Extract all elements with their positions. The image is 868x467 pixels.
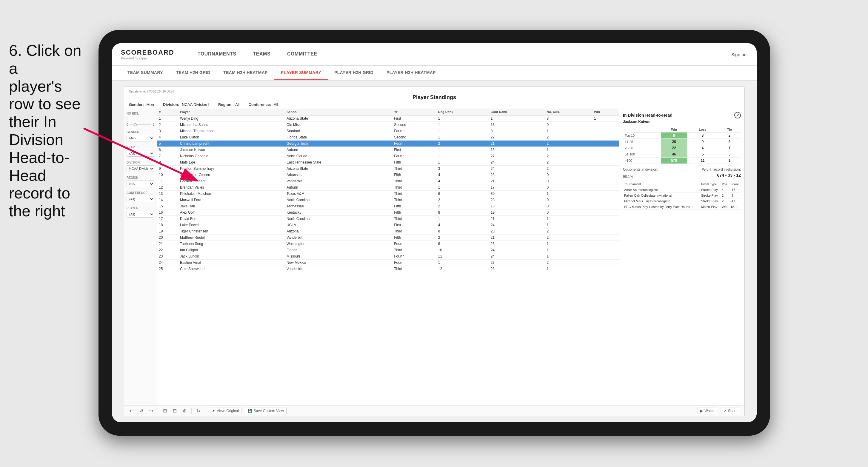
table-row[interactable]: 19 Tiger Christensen Arizona Third 8 23 … [157,228,619,235]
undo-button[interactable]: ↩ [128,407,135,414]
table-row[interactable]: 2 Michael La Sasso Ole Miss Second 1 18 … [157,122,619,128]
nav-teams[interactable]: TEAMS [245,43,279,66]
cell-yr: Fourth [392,141,436,147]
share-button[interactable]: ↗ Share [721,408,740,414]
cell-yr: Third [392,228,436,235]
nav-committee[interactable]: COMMITTEE [279,43,326,66]
save-custom-button[interactable]: 💾 Save Custom View [245,408,286,414]
sidebar-region-select[interactable]: N/A [127,181,154,187]
slider-row[interactable]: 0 6 [127,123,154,126]
cell-rds: 0 [545,122,592,128]
cell-player: Luke Powell [178,222,285,228]
sidebar-player-select[interactable]: (All) [127,211,154,218]
cell-player: Phichaksn Maichon [178,191,285,197]
tab-player-h2h-heatmap[interactable]: PLAYER H2H HEATMAP [380,65,442,80]
t-cell-name: Amer An Intercollegiate [623,187,700,193]
cell-reg: 1 [436,184,489,191]
sidebar-division-section: Division NCAA Division I [127,161,154,172]
sidebar-gender-select[interactable]: Men [127,135,154,142]
cell-player: Jake Hall [178,203,285,210]
table-row[interactable]: 22 Ian Gilligan Florida Third 10 24 1 [157,247,619,253]
view-original-button[interactable]: 👁 View: Original [209,408,242,414]
h2h-cell-label: 26-50 [623,145,661,151]
cell-conf: 24 [489,253,545,259]
table-row[interactable]: 6 Jackson Koivun Auburn First 1 13 1 [157,147,619,153]
cell-reg: 12 [436,266,489,272]
h2h-player: Jackson Koivun [623,120,741,124]
cell-yr: Fifth [392,159,436,166]
watch-button[interactable]: ▶ Watch [698,408,717,414]
sidebar-conference-select[interactable]: (All) [127,196,154,202]
table-row[interactable]: 17 David Ford North Carolina Third 1 21 … [157,216,619,222]
table-row[interactable]: 14 Maxwell Ford North Carolina Third 2 2… [157,197,619,203]
table-row[interactable]: 23 Jack Lundin Missouri Fourth 11 24 1 [157,253,619,259]
table-row[interactable]: 1 Wenyi Ding Arizona State First 1 1 8 1 [157,115,619,122]
refresh-button[interactable]: ↻ [195,407,202,414]
tab-team-h2h-grid[interactable]: TEAM H2H GRID [169,65,217,80]
dashboard-panel: Update time: 27/03/2024 16:56:26 Player … [124,87,745,416]
sidebar-year-section: Year (All) [127,146,154,157]
cell-conf: 1 [489,115,545,122]
table-row[interactable]: 11 Gordon Sargent Vanderbilt Third 4 21 … [157,178,619,184]
save-icon: 💾 [248,409,252,413]
toolbar-sep-2 [191,408,192,414]
table-row[interactable]: 15 Jake Hall Tennessee Fifth 2 18 0 [157,203,619,210]
cell-school: North Carolina [285,216,392,222]
col-conf-rank: Conf Rank [489,109,545,115]
cell-win [592,241,619,247]
table-row[interactable]: 8 Mats Ege East Tennessee State Fifth 1 … [157,159,619,166]
share-icon: ↗ [723,409,726,413]
filter-gender: Gender: Men [129,102,154,107]
tab-team-summary[interactable]: TEAM SUMMARY [121,65,169,80]
cell-num: 11 [157,178,178,184]
more-button[interactable]: ⊕ [182,407,188,414]
cell-yr: Fifth [392,210,436,216]
opponents-pct: 98.1% [623,175,633,179]
table-row[interactable]: 24 Bastien Amat New Mexico Fourth 1 27 2 [157,259,619,266]
table-row[interactable]: 18 Luke Powell UCLA First 4 24 1 [157,222,619,228]
cell-player: Nicholas Gabriele [178,153,285,159]
cell-player: Alex Goff [178,210,285,216]
middle-table: # Player School Yr Reg Rank Conf Rank No… [157,109,619,405]
cell-school: East Tennessee State [285,159,392,166]
cell-reg: 1 [436,159,489,166]
table-row[interactable]: 12 Brendan Valles Auburn Third 1 17 0 [157,184,619,191]
cell-reg: 2 [436,141,489,147]
copy-button[interactable]: ⊞ [162,407,168,414]
table-row[interactable]: 7 Nicholas Gabriele North Florida Fourth… [157,153,619,159]
cell-num: 23 [157,253,178,259]
t-cell-type: Stroke Play [700,187,720,193]
sidebar-year-select[interactable]: (All) [127,150,154,157]
table-row[interactable]: 9 Preston Summerhays Arizona State Third… [157,166,619,172]
slider-track[interactable] [129,124,152,125]
cell-reg: 1 [436,153,489,159]
tab-team-h2h-heatmap[interactable]: TEAM H2H HEATMAP [217,65,274,80]
sign-out-link[interactable]: Sign out [731,52,748,57]
table-row[interactable]: 10 Jacob Mou-Olesen Arkansas Fifth 4 23 … [157,172,619,178]
slider-thumb[interactable] [134,123,137,126]
cell-num: 1 [157,115,178,122]
table-row[interactable]: 20 Matthew Riedel Vanderbilt Fifth 2 21 … [157,235,619,241]
cell-rds: 0 [545,210,592,216]
tab-player-h2h-grid[interactable]: PLAYER H2H GRID [328,65,380,80]
table-row[interactable]: 4 Luke Claton Florida State Second 1 27 … [157,134,619,141]
table-row[interactable]: 25 Cole Sherwood Vanderbilt Third 12 23 … [157,266,619,272]
table-row[interactable]: 5 Christo Lamprecht Georgia Tech Fourth … [157,141,619,147]
table-row[interactable]: 13 Phichaksn Maichon Texas A&M Third 6 3… [157,191,619,197]
paste-button[interactable]: ⊟ [172,407,178,414]
cell-conf: 24 [489,159,545,166]
cell-rds: 0 [545,197,592,203]
table-row[interactable]: 16 Alex Goff Kentucky Fifth 8 19 0 [157,210,619,216]
nav-tournaments[interactable]: TOURNAMENTS [189,43,245,66]
forward-button[interactable]: ↪ [148,407,154,414]
tab-player-summary[interactable]: PLAYER SUMMARY [274,65,328,80]
table-row[interactable]: 21 Taehoon Song Washington Fourth 6 23 1 [157,241,619,247]
cell-school: Arizona [285,228,392,235]
cell-school: New Mexico [285,259,392,266]
redo-button[interactable]: ↺ [138,407,145,414]
close-button[interactable]: ✕ [734,112,741,119]
sidebar-division-select[interactable]: NCAA Division I [127,165,154,172]
tournament-row: Amer An Intercollegiate Stroke Play 4 -1… [623,187,741,193]
t-cell-name: SEC Match Play Hosted by Jerry Pate Roun… [623,204,700,210]
table-row[interactable]: 3 Michael Thorbjornsen Stanford Fourth 1… [157,128,619,134]
